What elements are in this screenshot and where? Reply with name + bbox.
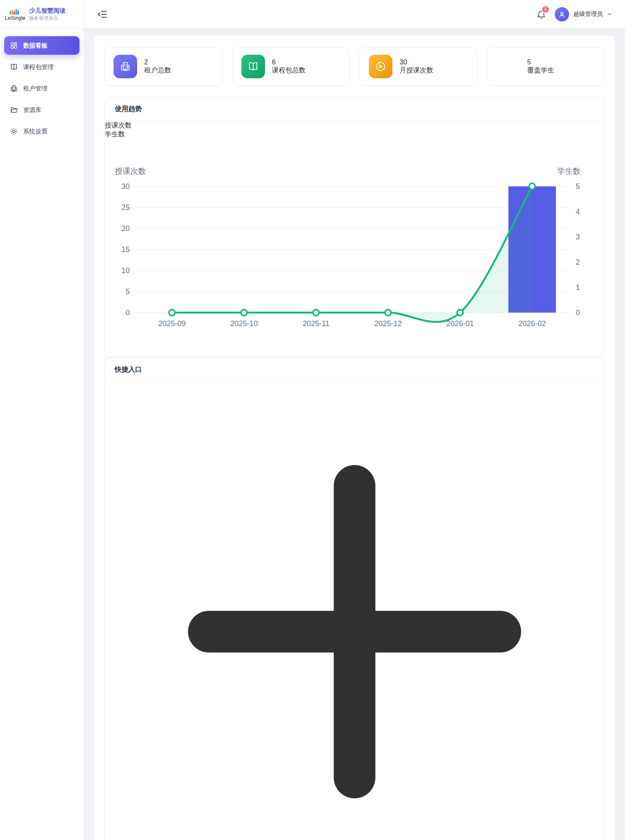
- sidebar-item-label: 租户管理: [23, 85, 48, 93]
- sidebar-collapse-button[interactable]: [97, 9, 108, 20]
- svg-text:授课次数: 授课次数: [115, 167, 146, 175]
- user-menu[interactable]: 超级管理员: [555, 7, 612, 21]
- svg-text:20: 20: [122, 224, 130, 233]
- svg-text:5: 5: [576, 182, 580, 191]
- stat-label: 课程包总数: [272, 66, 306, 75]
- user-icon: [558, 10, 566, 19]
- stat-label: 租户总数: [144, 66, 171, 75]
- stat-value: 5: [527, 58, 554, 66]
- stat-card-students: 5 覆盖学生: [487, 47, 605, 86]
- svg-text:5: 5: [125, 287, 130, 296]
- svg-text:2026-01: 2026-01: [446, 319, 474, 328]
- svg-text:2025-12: 2025-12: [374, 319, 402, 328]
- quick-links-list: 创建课程包: [105, 382, 604, 840]
- svg-text:2025-09: 2025-09: [158, 319, 185, 328]
- svg-text:0: 0: [125, 308, 130, 317]
- building-icon: [114, 55, 137, 78]
- sidebar-item-label: 课程包管理: [23, 63, 54, 71]
- usage-trend-card: 使用趋势 授课次数 学生数: [104, 97, 605, 357]
- stat-value: 6: [272, 58, 306, 66]
- svg-text:25: 25: [122, 203, 130, 212]
- stat-card-tenants: 2 租户总数: [104, 47, 222, 86]
- notifications-button[interactable]: 5: [536, 9, 546, 19]
- sidebar-item-settings[interactable]: 系统设置: [4, 122, 79, 141]
- trend-chart-svg: 051015202530012345授课次数学生数2025-092025-102…: [105, 139, 604, 355]
- chart-legend: 授课次数 学生数: [105, 121, 604, 139]
- stat-value: 30: [400, 58, 433, 66]
- usage-trend-chart: 授课次数 学生数 051015202530012345授课次数学生数2025-0…: [105, 121, 604, 357]
- svg-text:2025-11: 2025-11: [302, 319, 329, 328]
- quick-links-title: 快捷入口: [105, 358, 604, 382]
- collapse-sidebar-icon: [97, 9, 108, 20]
- stat-label: 月授课次数: [400, 66, 433, 75]
- legend-label: 授课次数: [105, 122, 132, 129]
- brand-text: 少儿智慧阅读 服务管理后台: [29, 7, 66, 21]
- sidebar-item-label: 资源库: [23, 106, 42, 114]
- gear-icon: [10, 127, 18, 136]
- sidebar-item-label: 系统设置: [23, 128, 48, 136]
- usage-trend-title: 使用趋势: [105, 97, 604, 121]
- brand-subtitle: 服务管理后台: [29, 15, 66, 22]
- content: 2 租户总数 6 课程包总数: [84, 29, 625, 840]
- building-icon: [10, 84, 18, 93]
- main-area: 5 超级管理员: [84, 0, 625, 840]
- svg-text:学生数: 学生数: [557, 167, 581, 175]
- logo-bars-icon: [10, 8, 21, 15]
- quick-links-card: 快捷入口 创建课程包: [104, 357, 605, 840]
- avatar: [555, 7, 569, 21]
- chevron-down-icon: [607, 11, 612, 17]
- stat-card-monthly-lessons: 30 月授课次数: [360, 47, 477, 86]
- brand-logo-text: LeSingle: [5, 15, 25, 21]
- dashboard-grid-icon: [10, 41, 18, 50]
- folder-icon: [10, 106, 18, 114]
- stat-text: 5 覆盖学生: [527, 58, 554, 75]
- open-book-icon: [10, 63, 18, 71]
- sidebar-item-resources[interactable]: 资源库: [4, 101, 79, 119]
- svg-text:2: 2: [576, 258, 580, 266]
- sidebar-menu: 数据看板 课程包管理 租户管理: [0, 29, 84, 148]
- stat-text: 2 租户总数: [144, 58, 171, 75]
- stat-value: 2: [144, 58, 171, 66]
- sidebar-item-dashboard[interactable]: 数据看板: [4, 36, 79, 55]
- legend-label: 学生数: [105, 130, 125, 138]
- stat-text: 6 课程包总数: [272, 58, 306, 75]
- svg-text:10: 10: [122, 266, 130, 275]
- svg-text:15: 15: [122, 245, 130, 254]
- svg-text:2025-10: 2025-10: [230, 319, 257, 328]
- svg-text:1: 1: [576, 283, 580, 292]
- brand-logo: LeSingle 少儿智慧阅读 服务管理后台: [0, 0, 84, 29]
- user-name: 超级管理员: [573, 11, 603, 18]
- play-circle-icon: [369, 55, 392, 78]
- dashboard-panel: 2 租户总数 6 课程包总数: [94, 35, 615, 840]
- students-icon: [497, 55, 520, 78]
- notification-count-badge: 5: [541, 5, 550, 13]
- legend-item-students[interactable]: 学生数: [105, 130, 604, 139]
- svg-text:2026-02: 2026-02: [519, 319, 546, 328]
- svg-text:3: 3: [576, 233, 580, 241]
- brand-mark: LeSingle: [5, 8, 25, 21]
- sidebar-item-label: 数据看板: [23, 42, 48, 50]
- stat-card-course-packages: 6 课程包总数: [232, 47, 350, 86]
- quick-link-create-course[interactable]: 创建课程包: [105, 382, 604, 840]
- topbar-right: 5 超级管理员: [536, 7, 612, 21]
- brand-title: 少儿智慧阅读: [29, 7, 66, 15]
- sidebar: LeSingle 少儿智慧阅读 服务管理后台 数据看板: [0, 0, 84, 840]
- app-root: LeSingle 少儿智慧阅读 服务管理后台 数据看板: [0, 0, 625, 840]
- middle-row: 使用趋势 授课次数 学生数: [104, 97, 605, 840]
- stat-text: 30 月授课次数: [400, 58, 433, 75]
- sidebar-item-course-packages[interactable]: 课程包管理: [4, 58, 79, 76]
- sidebar-item-tenants[interactable]: 租户管理: [4, 79, 79, 98]
- open-book-icon: [241, 55, 265, 78]
- stats-row: 2 租户总数 6 课程包总数: [104, 47, 605, 86]
- svg-text:4: 4: [576, 207, 580, 216]
- stat-label: 覆盖学生: [527, 66, 554, 75]
- svg-text:0: 0: [576, 308, 580, 317]
- topbar: 5 超级管理员: [84, 0, 625, 29]
- svg-text:30: 30: [122, 182, 130, 191]
- legend-item-lessons[interactable]: 授课次数: [105, 121, 604, 130]
